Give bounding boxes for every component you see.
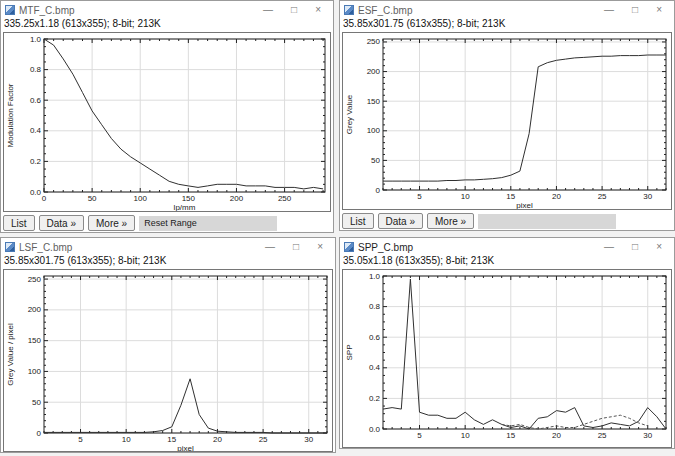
window-esf: ESF_C.bmp — □ × 35.85x301.75 (613x355); … [339,0,675,231]
svg-text:150: 150 [367,97,381,106]
svg-text:15: 15 [506,192,515,201]
svg-text:25: 25 [598,431,607,440]
svg-text:0.8: 0.8 [30,65,42,74]
svg-text:15: 15 [167,435,176,444]
svg-text:0.8: 0.8 [369,302,381,311]
more-button[interactable]: More » [88,215,135,231]
svg-text:100: 100 [367,126,381,135]
maximize-button[interactable]: □ [293,242,299,252]
svg-text:0: 0 [42,194,47,203]
svg-text:50: 50 [371,156,380,165]
svg-text:30: 30 [643,192,652,201]
svg-text:200: 200 [230,194,244,203]
svg-text:0.4: 0.4 [369,363,381,372]
svg-text:0.2: 0.2 [30,157,42,166]
titlebar[interactable]: MTF_C.bmp — □ × [1,1,333,18]
window-controls: — □ × [263,5,329,15]
plot-canvas[interactable]: 51015202530050100150200250pixelGrey Valu… [342,32,672,210]
plot-canvas[interactable]: 51015202530050100150200250pixelGrey Valu… [3,269,333,452]
svg-text:250: 250 [278,194,292,203]
titlebar[interactable]: LSF_C.bmp — □ × [1,238,335,255]
plot-button-row: List Data » More » [340,211,674,231]
svg-text:5: 5 [417,192,422,201]
window-lsf: LSF_C.bmp — □ × 35.85x301.75 (613x355); … [0,237,336,453]
window-title: LSF_C.bmp [19,242,72,253]
svg-text:Grey Value: Grey Value [345,94,354,134]
mtf-plot: 0501001502002500.00.20.40.60.81.0lp/mmMo… [4,33,330,211]
window-title: SPP_C.bmp [358,242,413,253]
imagej-icon [344,5,354,15]
window-title: ESF_C.bmp [358,5,412,16]
svg-text:15: 15 [506,431,515,440]
list-button[interactable]: List [342,213,374,229]
window-controls: — □ × [265,242,331,252]
close-button[interactable]: × [317,242,323,252]
svg-text:SPP: SPP [345,344,354,360]
titlebar[interactable]: SPP_C.bmp — □ × [340,238,674,255]
minimize-button[interactable]: — [263,5,273,15]
svg-text:250: 250 [367,37,381,46]
svg-text:30: 30 [643,431,652,440]
svg-text:100: 100 [134,194,148,203]
svg-text:50: 50 [32,398,41,407]
imagej-icon [344,242,354,252]
svg-text:10: 10 [122,435,131,444]
svg-text:lp/mm: lp/mm [174,203,196,211]
esf-plot: 51015202530050100150200250pixelGrey Valu… [343,33,671,209]
minimize-button[interactable]: — [604,242,614,252]
svg-text:150: 150 [28,336,42,345]
window-mtf: MTF_C.bmp — □ × 335.25x1.18 (613x355); 8… [0,0,334,233]
svg-text:250: 250 [28,275,42,284]
svg-text:1.0: 1.0 [369,272,381,281]
list-button[interactable]: List [3,215,35,231]
close-button[interactable]: × [315,5,321,15]
more-button[interactable]: More » [427,213,474,229]
maximize-button[interactable]: □ [291,5,297,15]
svg-text:0.2: 0.2 [369,394,381,403]
imagej-icon [5,5,15,15]
svg-text:150: 150 [182,194,196,203]
minimize-button[interactable]: — [265,242,275,252]
image-info: 35.85x301.75 (613x355); 8-bit; 213K [340,18,674,31]
svg-text:0: 0 [376,186,381,195]
reset-range-area[interactable]: Reset Range [139,216,277,231]
svg-text:30: 30 [304,435,313,444]
svg-text:200: 200 [367,67,381,76]
svg-text:pixel: pixel [177,444,194,451]
svg-text:0.6: 0.6 [30,96,42,105]
svg-text:20: 20 [552,192,561,201]
minimize-button[interactable]: — [604,5,614,15]
svg-text:0.6: 0.6 [369,333,381,342]
plot-canvas[interactable]: 510152025300.00.20.40.60.81.0SPP [342,269,672,448]
data-button[interactable]: Data » [378,213,423,229]
window-spp: SPP_C.bmp — □ × 35.05x1.18 (613x355); 8-… [339,237,675,449]
plot-canvas[interactable]: 0501001502002500.00.20.40.60.81.0lp/mmMo… [3,32,331,212]
svg-text:5: 5 [417,431,422,440]
svg-text:Grey Value / pixel: Grey Value / pixel [6,323,15,386]
svg-text:25: 25 [259,435,268,444]
svg-text:5: 5 [78,435,83,444]
close-button[interactable]: × [656,242,662,252]
svg-text:100: 100 [28,367,42,376]
svg-text:200: 200 [28,305,42,314]
svg-text:50: 50 [88,194,97,203]
svg-text:Modulation Factor: Modulation Factor [6,83,15,147]
coordinates-area [478,214,616,229]
maximize-button[interactable]: □ [632,5,638,15]
window-controls: — □ × [604,5,670,15]
data-button[interactable]: Data » [39,215,84,231]
maximize-button[interactable]: □ [632,242,638,252]
window-controls: — □ × [604,242,670,252]
close-button[interactable]: × [656,5,662,15]
image-info: 35.85x301.75 (613x355); 8-bit; 213K [1,255,335,268]
image-info: 335.25x1.18 (613x355); 8-bit; 213K [1,18,333,31]
svg-text:pixel: pixel [516,201,533,209]
svg-text:20: 20 [213,435,222,444]
svg-text:0.0: 0.0 [30,188,42,197]
svg-text:1.0: 1.0 [30,35,42,44]
svg-text:25: 25 [598,192,607,201]
svg-text:0.0: 0.0 [369,425,381,434]
titlebar[interactable]: ESF_C.bmp — □ × [340,1,674,18]
svg-text:10: 10 [461,192,470,201]
plot-button-row: List Data » More » Reset Range [1,213,333,233]
